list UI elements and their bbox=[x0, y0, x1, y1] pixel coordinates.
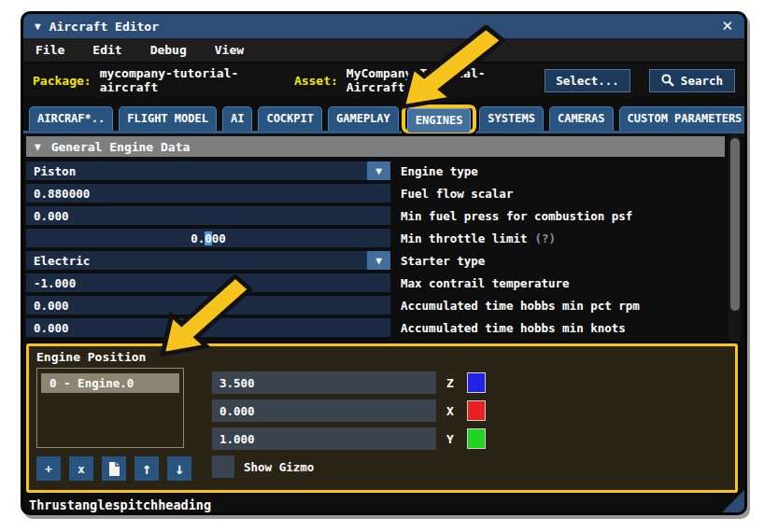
row-label: Min throttle limit(?) bbox=[401, 231, 556, 245]
min-throttle-limit-input[interactable]: 0.000 bbox=[26, 229, 390, 247]
asset-value: MyCompany-Tutorial-Aircraft bbox=[347, 66, 530, 94]
row-engine-type: Piston ▼ Engine type bbox=[26, 161, 744, 180]
menu-file[interactable]: File bbox=[35, 43, 64, 57]
title-bar[interactable]: ▼ Aircraft Editor ✕ bbox=[23, 14, 744, 38]
package-bar: Package: mycompany-tutorial-aircraft Ass… bbox=[23, 63, 744, 97]
menu-view[interactable]: View bbox=[215, 43, 244, 57]
hobbs-min-pct-rpm-input[interactable]: 0.000 bbox=[26, 296, 390, 315]
row-hobbs-min-pct-rpm: 0.000 Accumulated time hobbs min pct rpm bbox=[26, 296, 744, 315]
field-value: 0.000 bbox=[34, 209, 69, 223]
add-button[interactable]: + bbox=[36, 456, 61, 481]
tab-custom-parameters[interactable]: CUSTOM PARAMETERS bbox=[619, 106, 747, 131]
aircraft-editor-window: ▼ Aircraft Editor ✕ File Edit Debug View… bbox=[21, 11, 747, 515]
y-value: 1.000 bbox=[219, 432, 255, 446]
vertical-scrollbar[interactable] bbox=[729, 133, 741, 343]
row-label: Max contrail temperature bbox=[401, 276, 570, 290]
position-fields: 3.500 Z 0.000 X bbox=[212, 368, 486, 481]
field-value: 0.000 bbox=[34, 299, 69, 313]
move-up-button[interactable]: ↑ bbox=[134, 456, 159, 481]
row-label: Starter type bbox=[401, 254, 485, 268]
engine-list-panel: 0 - Engine.0 + x ↑ bbox=[36, 368, 191, 481]
move-down-button[interactable]: ↓ bbox=[167, 456, 191, 481]
show-gizmo-checkbox[interactable] bbox=[212, 455, 234, 478]
engines-tab-highlight: ENGINES bbox=[402, 105, 477, 133]
y-position-input[interactable]: 1.000 bbox=[212, 427, 436, 450]
row-min-fuel-press: 0.000 Min fuel press for combustion psf bbox=[26, 206, 744, 225]
tab-flight-model[interactable]: FLIGHT MODEL bbox=[119, 106, 217, 131]
x-field-row: 0.000 X bbox=[212, 399, 486, 422]
row-label: Fuel flow scalar bbox=[401, 187, 513, 201]
row-starter-type: Electric ▼ Starter type bbox=[26, 251, 744, 270]
remove-button[interactable]: x bbox=[69, 456, 93, 481]
y-field-row: 1.000 Y bbox=[212, 427, 486, 450]
window-collapse-icon[interactable]: ▼ bbox=[35, 21, 41, 33]
z-field-row: 3.500 Z bbox=[212, 371, 486, 394]
tab-aircraft[interactable]: AIRCRAF*.. bbox=[29, 106, 113, 131]
fuel-flow-scalar-input[interactable]: 0.880000 bbox=[26, 184, 390, 203]
window-title: Aircraft Editor bbox=[50, 20, 159, 34]
engine-type-dropdown[interactable]: Piston ▼ bbox=[26, 161, 390, 180]
select-button[interactable]: Select... bbox=[545, 69, 630, 92]
field-value-pre: 0. bbox=[191, 231, 205, 245]
scrollbar-thumb[interactable] bbox=[730, 138, 740, 311]
help-hint[interactable]: (?) bbox=[534, 231, 556, 245]
z-color-chip[interactable] bbox=[467, 372, 486, 393]
x-position-input[interactable]: 0.000 bbox=[212, 399, 436, 422]
copy-button[interactable] bbox=[102, 456, 126, 481]
menu-edit[interactable]: Edit bbox=[92, 43, 121, 57]
min-fuel-press-input[interactable]: 0.000 bbox=[26, 206, 390, 225]
field-value: -1.000 bbox=[34, 276, 76, 290]
show-gizmo-row: Show Gizmo bbox=[212, 455, 486, 478]
y-color-chip[interactable] bbox=[467, 428, 486, 449]
show-gizmo-label: Show Gizmo bbox=[244, 460, 314, 474]
z-axis-label: Z bbox=[446, 376, 457, 390]
max-contrail-temp-input[interactable]: -1.000 bbox=[26, 273, 390, 292]
close-icon[interactable]: ✕ bbox=[721, 18, 733, 35]
package-value: mycompany-tutorial-aircraft bbox=[100, 66, 283, 94]
row-label-text: Min throttle limit bbox=[401, 231, 527, 245]
search-button[interactable]: Search bbox=[649, 69, 735, 92]
starter-type-dropdown[interactable]: Electric ▼ bbox=[26, 251, 390, 270]
general-engine-data-header[interactable]: ▼ General Engine Data bbox=[26, 136, 725, 157]
section-title: General Engine Data bbox=[51, 140, 191, 154]
tab-systems[interactable]: SYSTEMS bbox=[479, 106, 544, 131]
asset-label: Asset: bbox=[294, 74, 338, 88]
thrust-angles-header[interactable]: Thrustanglespitchheading bbox=[26, 497, 744, 512]
section-collapse-icon[interactable]: ▼ bbox=[35, 141, 41, 153]
search-button-label: Search bbox=[681, 74, 723, 88]
chevron-down-icon[interactable]: ▼ bbox=[367, 251, 390, 270]
row-label: Min fuel press for combustion psf bbox=[401, 209, 632, 223]
field-value: 0.880000 bbox=[34, 187, 90, 201]
menu-debug[interactable]: Debug bbox=[150, 43, 187, 57]
y-axis-label: Y bbox=[446, 432, 457, 446]
engine-list[interactable]: 0 - Engine.0 bbox=[36, 368, 184, 448]
row-fuel-flow-scalar: 0.880000 Fuel flow scalar bbox=[26, 184, 744, 203]
menu-bar: File Edit Debug View bbox=[23, 38, 744, 63]
hobbs-min-knots-input[interactable]: 0.000 bbox=[26, 318, 390, 337]
list-item-engine-0[interactable]: 0 - Engine.0 bbox=[41, 373, 179, 393]
x-axis-label: X bbox=[446, 404, 457, 418]
z-value: 3.500 bbox=[219, 376, 255, 390]
parameter-rows: Piston ▼ Engine type 0.880000 Fuel flow … bbox=[26, 161, 744, 337]
tab-cameras[interactable]: CAMERAS bbox=[549, 106, 614, 131]
row-label: Engine type bbox=[401, 164, 478, 178]
package-label: Package: bbox=[33, 74, 92, 88]
list-toolbar: + x ↑ ↓ bbox=[36, 456, 191, 481]
tab-ai[interactable]: AI bbox=[222, 106, 252, 131]
z-position-input[interactable]: 3.500 bbox=[212, 371, 436, 394]
row-min-throttle-limit: 0.000 Min throttle limit(?) bbox=[26, 229, 744, 247]
x-color-chip[interactable] bbox=[467, 400, 486, 421]
row-hobbs-min-knots: 0.000 Accumulated time hobbs min knots bbox=[26, 318, 744, 337]
tab-engines[interactable]: ENGINES bbox=[407, 108, 472, 133]
text-cursor: 0 bbox=[205, 231, 212, 245]
x-value: 0.000 bbox=[219, 404, 255, 418]
copy-icon bbox=[107, 461, 121, 477]
field-value: 0.000 bbox=[34, 321, 69, 335]
row-label: Accumulated time hobbs min pct rpm bbox=[401, 299, 640, 313]
field-value-post: 00 bbox=[212, 231, 226, 245]
search-icon bbox=[661, 74, 674, 87]
tab-cockpit[interactable]: COCKPIT bbox=[258, 106, 322, 131]
tab-gameplay[interactable]: GAMEPLAY bbox=[328, 106, 399, 131]
engine-position-section: Engine Position 0 - Engine.0 + x bbox=[26, 343, 738, 493]
chevron-down-icon[interactable]: ▼ bbox=[367, 161, 390, 180]
